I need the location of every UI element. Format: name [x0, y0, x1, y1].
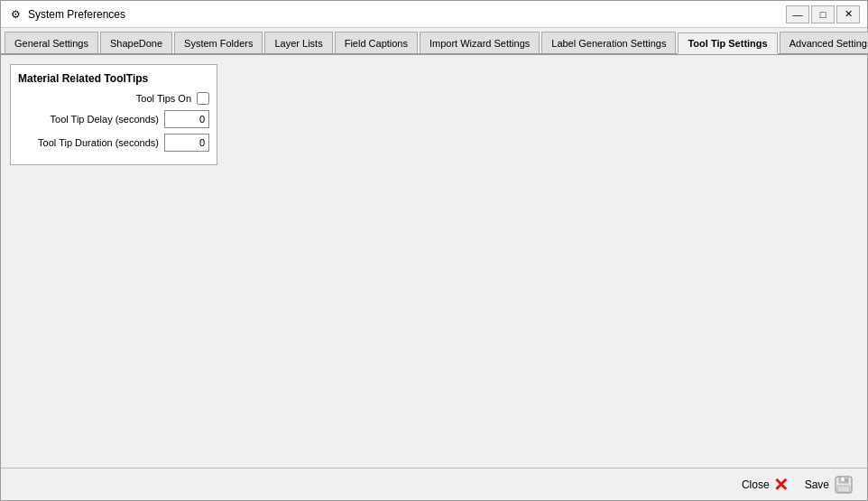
tabs-bar: General Settings ShapeDone System Folder… — [1, 28, 867, 55]
tooltips-on-label: Tool Tips On — [18, 93, 197, 104]
app-icon: ⚙ — [8, 7, 23, 22]
close-label: Close — [742, 478, 770, 491]
tooltip-duration-label: Tool Tip Duration (seconds) — [18, 137, 164, 148]
svg-rect-2 — [841, 477, 845, 481]
maximize-button[interactable]: □ — [811, 5, 835, 23]
window: ⚙ System Preferences — □ ✕ General Setti… — [0, 0, 868, 501]
tooltips-group: Material Related ToolTips Tool Tips On T… — [10, 64, 217, 165]
tab-general-settings[interactable]: General Settings — [5, 32, 98, 53]
tooltip-duration-input[interactable] — [164, 134, 209, 152]
close-x-icon: ✕ — [773, 476, 789, 494]
content-area: Material Related ToolTips Tool Tips On T… — [1, 55, 867, 468]
tab-advanced-settings[interactable]: Advanced Settings — [780, 32, 868, 53]
svg-point-4 — [845, 478, 848, 482]
status-bar: Close ✕ Save — [1, 468, 867, 500]
tooltips-on-checkbox[interactable] — [197, 92, 209, 105]
tooltip-delay-label: Tool Tip Delay (seconds) — [18, 114, 164, 125]
minimize-button[interactable]: — — [786, 5, 809, 23]
tooltip-delay-row: Tool Tip Delay (seconds) — [18, 110, 209, 128]
window-title: System Preferences — [28, 8, 786, 21]
close-window-button[interactable]: ✕ — [836, 5, 860, 23]
tab-shapedone[interactable]: ShapeDone — [100, 32, 172, 53]
tooltip-delay-input[interactable] — [164, 110, 209, 128]
tooltip-duration-row: Tool Tip Duration (seconds) — [18, 134, 209, 152]
save-button[interactable]: Save — [799, 472, 860, 497]
tab-tool-tip-settings[interactable]: Tool Tip Settings — [678, 32, 777, 54]
group-title: Material Related ToolTips — [18, 72, 209, 85]
tooltips-on-row: Tool Tips On — [18, 92, 209, 105]
tab-import-wizard[interactable]: Import Wizard Settings — [420, 32, 540, 53]
svg-rect-3 — [837, 486, 850, 492]
close-button[interactable]: Close ✕ — [736, 474, 794, 496]
title-bar-controls: — □ ✕ — [786, 5, 860, 23]
save-disk-icon — [833, 474, 854, 496]
tab-layer-lists[interactable]: Layer Lists — [264, 32, 332, 53]
save-label: Save — [805, 478, 829, 491]
tab-field-captions[interactable]: Field Captions — [335, 32, 418, 53]
tab-system-folders[interactable]: System Folders — [174, 32, 263, 53]
tab-label-generation[interactable]: Label Generation Settings — [541, 32, 676, 53]
title-bar: ⚙ System Preferences — □ ✕ — [1, 1, 867, 28]
